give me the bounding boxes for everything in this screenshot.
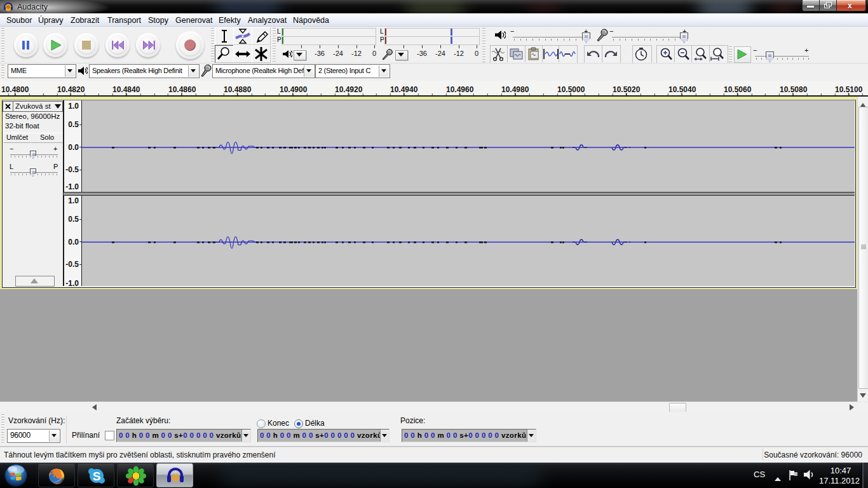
- svg-text:S: S: [93, 470, 101, 483]
